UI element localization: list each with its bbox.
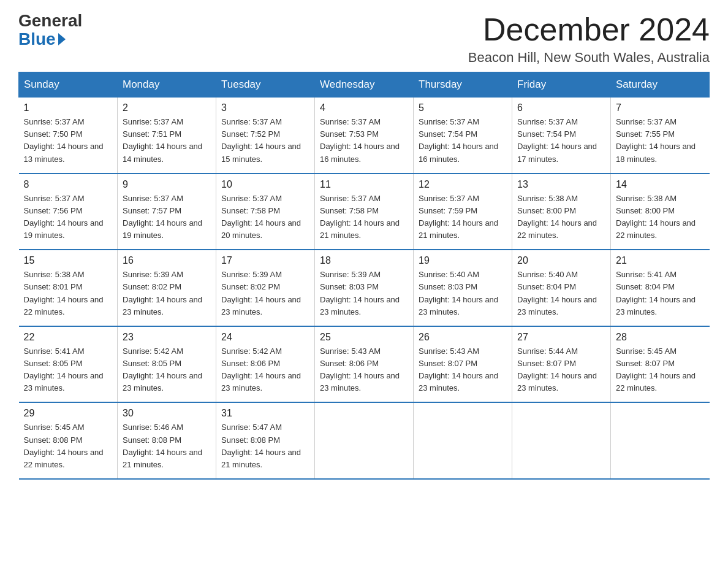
calendar-week-row: 8 Sunrise: 5:37 AMSunset: 7:56 PMDayligh… bbox=[19, 174, 710, 250]
day-number: 15 bbox=[24, 255, 113, 266]
calendar-cell: 5 Sunrise: 5:37 AMSunset: 7:54 PMDayligh… bbox=[414, 98, 512, 174]
calendar-cell: 11 Sunrise: 5:37 AMSunset: 7:58 PMDaylig… bbox=[315, 174, 414, 250]
calendar-cell: 3 Sunrise: 5:37 AMSunset: 7:52 PMDayligh… bbox=[216, 98, 315, 174]
calendar-cell: 30 Sunrise: 5:46 AMSunset: 8:08 PMDaylig… bbox=[118, 402, 216, 479]
day-info: Sunrise: 5:39 AMSunset: 8:02 PMDaylight:… bbox=[221, 269, 309, 318]
day-number: 27 bbox=[517, 332, 605, 343]
calendar-cell: 2 Sunrise: 5:37 AMSunset: 7:51 PMDayligh… bbox=[118, 98, 216, 174]
day-info: Sunrise: 5:37 AMSunset: 7:54 PMDaylight:… bbox=[517, 116, 605, 166]
day-info: Sunrise: 5:39 AMSunset: 8:02 PMDaylight:… bbox=[123, 269, 211, 318]
day-number: 26 bbox=[419, 332, 507, 343]
day-info: Sunrise: 5:41 AMSunset: 8:05 PMDaylight:… bbox=[24, 345, 113, 395]
day-number: 1 bbox=[24, 102, 113, 113]
day-info: Sunrise: 5:47 AMSunset: 8:08 PMDaylight:… bbox=[221, 421, 309, 471]
calendar-cell: 24 Sunrise: 5:42 AMSunset: 8:06 PMDaylig… bbox=[216, 326, 315, 403]
header-wednesday: Wednesday bbox=[315, 72, 414, 98]
logo-triangle-icon bbox=[58, 33, 66, 45]
day-info: Sunrise: 5:38 AMSunset: 8:00 PMDaylight:… bbox=[517, 193, 605, 242]
calendar-cell: 10 Sunrise: 5:37 AMSunset: 7:58 PMDaylig… bbox=[216, 174, 315, 250]
month-title: December 2024 bbox=[468, 12, 710, 47]
day-number: 17 bbox=[221, 255, 309, 266]
logo: General Blue bbox=[18, 12, 82, 49]
calendar-cell: 23 Sunrise: 5:42 AMSunset: 8:05 PMDaylig… bbox=[118, 326, 216, 403]
day-info: Sunrise: 5:38 AMSunset: 8:00 PMDaylight:… bbox=[616, 193, 705, 242]
day-number: 10 bbox=[221, 179, 309, 190]
day-number: 29 bbox=[24, 408, 113, 419]
day-number: 18 bbox=[320, 255, 408, 266]
day-info: Sunrise: 5:37 AMSunset: 7:52 PMDaylight:… bbox=[221, 116, 309, 166]
day-info: Sunrise: 5:39 AMSunset: 8:03 PMDaylight:… bbox=[320, 269, 408, 318]
day-number: 4 bbox=[320, 102, 408, 113]
header-friday: Friday bbox=[512, 72, 611, 98]
day-number: 28 bbox=[616, 332, 705, 343]
calendar-cell bbox=[512, 402, 611, 479]
calendar-cell: 16 Sunrise: 5:39 AMSunset: 8:02 PMDaylig… bbox=[118, 250, 216, 326]
day-info: Sunrise: 5:44 AMSunset: 8:07 PMDaylight:… bbox=[517, 345, 605, 395]
day-number: 9 bbox=[123, 179, 211, 190]
day-info: Sunrise: 5:37 AMSunset: 7:56 PMDaylight:… bbox=[24, 193, 113, 242]
day-info: Sunrise: 5:42 AMSunset: 8:06 PMDaylight:… bbox=[221, 345, 309, 395]
day-info: Sunrise: 5:37 AMSunset: 7:50 PMDaylight:… bbox=[24, 116, 113, 166]
day-number: 22 bbox=[24, 332, 113, 343]
day-number: 25 bbox=[320, 332, 408, 343]
calendar-cell: 21 Sunrise: 5:41 AMSunset: 8:04 PMDaylig… bbox=[611, 250, 710, 326]
calendar-header-row: SundayMondayTuesdayWednesdayThursdayFrid… bbox=[19, 72, 710, 98]
day-info: Sunrise: 5:37 AMSunset: 7:54 PMDaylight:… bbox=[419, 116, 507, 166]
day-info: Sunrise: 5:42 AMSunset: 8:05 PMDaylight:… bbox=[123, 345, 211, 395]
calendar-cell: 12 Sunrise: 5:37 AMSunset: 7:59 PMDaylig… bbox=[414, 174, 512, 250]
day-info: Sunrise: 5:40 AMSunset: 8:03 PMDaylight:… bbox=[419, 269, 507, 318]
calendar-cell bbox=[414, 402, 512, 479]
day-info: Sunrise: 5:37 AMSunset: 7:59 PMDaylight:… bbox=[419, 193, 507, 242]
header-tuesday: Tuesday bbox=[216, 72, 315, 98]
page-header: General Blue December 2024 Beacon Hill, … bbox=[18, 12, 710, 66]
day-number: 12 bbox=[419, 179, 507, 190]
day-number: 20 bbox=[517, 255, 605, 266]
day-info: Sunrise: 5:37 AMSunset: 7:51 PMDaylight:… bbox=[123, 116, 211, 166]
day-info: Sunrise: 5:37 AMSunset: 7:58 PMDaylight:… bbox=[320, 193, 408, 242]
day-info: Sunrise: 5:46 AMSunset: 8:08 PMDaylight:… bbox=[123, 421, 211, 471]
header-thursday: Thursday bbox=[414, 72, 512, 98]
calendar-cell: 31 Sunrise: 5:47 AMSunset: 8:08 PMDaylig… bbox=[216, 402, 315, 479]
calendar-table: SundayMondayTuesdayWednesdayThursdayFrid… bbox=[18, 72, 710, 480]
calendar-cell: 19 Sunrise: 5:40 AMSunset: 8:03 PMDaylig… bbox=[414, 250, 512, 326]
location-title: Beacon Hill, New South Wales, Australia bbox=[468, 50, 710, 66]
header-sunday: Sunday bbox=[19, 72, 118, 98]
calendar-cell bbox=[611, 402, 710, 479]
calendar-week-row: 29 Sunrise: 5:45 AMSunset: 8:08 PMDaylig… bbox=[19, 402, 710, 479]
calendar-cell: 27 Sunrise: 5:44 AMSunset: 8:07 PMDaylig… bbox=[512, 326, 611, 403]
day-info: Sunrise: 5:37 AMSunset: 7:55 PMDaylight:… bbox=[616, 116, 705, 166]
day-info: Sunrise: 5:43 AMSunset: 8:06 PMDaylight:… bbox=[320, 345, 408, 395]
day-number: 7 bbox=[616, 102, 705, 113]
day-number: 8 bbox=[24, 179, 113, 190]
day-number: 31 bbox=[221, 408, 309, 419]
day-info: Sunrise: 5:43 AMSunset: 8:07 PMDaylight:… bbox=[419, 345, 507, 395]
day-number: 19 bbox=[419, 255, 507, 266]
calendar-cell: 28 Sunrise: 5:45 AMSunset: 8:07 PMDaylig… bbox=[611, 326, 710, 403]
calendar-cell: 15 Sunrise: 5:38 AMSunset: 8:01 PMDaylig… bbox=[19, 250, 118, 326]
header-saturday: Saturday bbox=[611, 72, 710, 98]
day-info: Sunrise: 5:41 AMSunset: 8:04 PMDaylight:… bbox=[616, 269, 705, 318]
day-number: 23 bbox=[123, 332, 211, 343]
calendar-cell: 22 Sunrise: 5:41 AMSunset: 8:05 PMDaylig… bbox=[19, 326, 118, 403]
day-number: 6 bbox=[517, 102, 605, 113]
calendar-cell: 29 Sunrise: 5:45 AMSunset: 8:08 PMDaylig… bbox=[19, 402, 118, 479]
logo-general-text: General bbox=[18, 12, 82, 29]
day-number: 24 bbox=[221, 332, 309, 343]
day-info: Sunrise: 5:40 AMSunset: 8:04 PMDaylight:… bbox=[517, 269, 605, 318]
header-monday: Monday bbox=[118, 72, 216, 98]
calendar-cell: 18 Sunrise: 5:39 AMSunset: 8:03 PMDaylig… bbox=[315, 250, 414, 326]
calendar-week-row: 15 Sunrise: 5:38 AMSunset: 8:01 PMDaylig… bbox=[19, 250, 710, 326]
day-info: Sunrise: 5:37 AMSunset: 7:58 PMDaylight:… bbox=[221, 193, 309, 242]
day-number: 14 bbox=[616, 179, 705, 190]
day-number: 3 bbox=[221, 102, 309, 113]
day-number: 11 bbox=[320, 179, 408, 190]
day-number: 5 bbox=[419, 102, 507, 113]
calendar-cell: 25 Sunrise: 5:43 AMSunset: 8:06 PMDaylig… bbox=[315, 326, 414, 403]
calendar-cell: 26 Sunrise: 5:43 AMSunset: 8:07 PMDaylig… bbox=[414, 326, 512, 403]
calendar-cell: 6 Sunrise: 5:37 AMSunset: 7:54 PMDayligh… bbox=[512, 98, 611, 174]
day-number: 13 bbox=[517, 179, 605, 190]
day-number: 21 bbox=[616, 255, 705, 266]
day-info: Sunrise: 5:37 AMSunset: 7:53 PMDaylight:… bbox=[320, 116, 408, 166]
day-info: Sunrise: 5:37 AMSunset: 7:57 PMDaylight:… bbox=[123, 193, 211, 242]
calendar-cell: 13 Sunrise: 5:38 AMSunset: 8:00 PMDaylig… bbox=[512, 174, 611, 250]
